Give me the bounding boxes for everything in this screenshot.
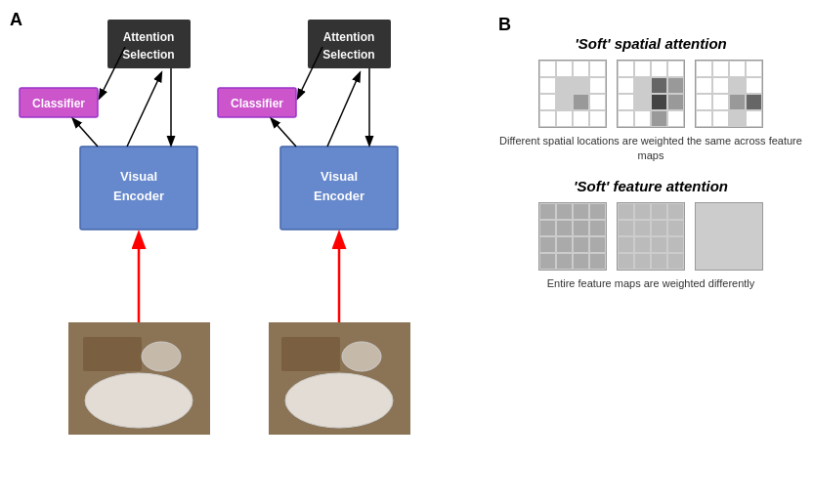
- cell: [634, 236, 651, 253]
- cell: [573, 236, 589, 253]
- cell: [746, 220, 762, 236]
- cell: [589, 236, 606, 253]
- cell: [667, 236, 684, 253]
- cell: [539, 253, 556, 270]
- cell: [667, 77, 684, 94]
- cell: [746, 61, 762, 77]
- cell: [573, 110, 589, 127]
- cell: [556, 110, 573, 127]
- cell: [712, 220, 729, 236]
- soft-feature-caption: Entire feature maps are weighted differe…: [498, 276, 803, 291]
- cell: [634, 253, 651, 270]
- cell: [618, 110, 634, 127]
- cell: [667, 94, 684, 110]
- cell: [651, 77, 667, 94]
- soft-spatial-section: 'Soft' spatial attention: [498, 35, 803, 164]
- cell: [746, 110, 762, 127]
- cell: [729, 61, 746, 77]
- cell: [539, 220, 556, 236]
- cell: [712, 203, 729, 220]
- cell: [651, 94, 667, 110]
- cell: [539, 94, 556, 110]
- cell: [729, 236, 746, 253]
- soft-feature-title: 'Soft' feature attention: [498, 178, 803, 194]
- cell: [634, 94, 651, 110]
- soft-spatial-title: 'Soft' spatial attention: [498, 35, 803, 52]
- cell: [556, 94, 573, 110]
- cell: [729, 220, 746, 236]
- cell: [712, 236, 729, 253]
- cell: [696, 203, 712, 220]
- cell: [589, 220, 606, 236]
- cell: [589, 253, 606, 270]
- soft-feature-section: 'Soft' feature attention: [498, 178, 803, 291]
- cell: [573, 61, 589, 77]
- cell: [651, 61, 667, 77]
- cell: [667, 203, 684, 220]
- cell: [634, 110, 651, 127]
- cell: [618, 94, 634, 110]
- cell: [573, 94, 589, 110]
- cell: [746, 94, 762, 110]
- cell: [589, 77, 606, 94]
- cell: [539, 203, 556, 220]
- feature-grid-3: [695, 202, 763, 271]
- section-b-label: B: [498, 15, 511, 34]
- cell: [667, 110, 684, 127]
- cell: [696, 61, 712, 77]
- cell: [712, 110, 729, 127]
- cell: [618, 203, 634, 220]
- cell: [696, 94, 712, 110]
- cell: [712, 61, 729, 77]
- cell: [556, 220, 573, 236]
- cell: [634, 61, 651, 77]
- cell: [746, 203, 762, 220]
- cell: [651, 236, 667, 253]
- cell: [618, 77, 634, 94]
- cell: [618, 236, 634, 253]
- cell: [556, 77, 573, 94]
- section-b: B 'Soft' spatial attention: [479, 10, 803, 494]
- cell: [729, 77, 746, 94]
- cell: [746, 77, 762, 94]
- cell: [634, 77, 651, 94]
- spatial-grid-1: [538, 60, 607, 128]
- cell: [729, 94, 746, 110]
- cell: [573, 253, 589, 270]
- cell: [746, 236, 762, 253]
- cell: [618, 220, 634, 236]
- spatial-grid-2: [617, 60, 685, 128]
- cell: [729, 253, 746, 270]
- cell: [589, 203, 606, 220]
- cell: [539, 110, 556, 127]
- spatial-grid-3: [695, 60, 763, 128]
- cell: [589, 110, 606, 127]
- spatial-grids-row: [498, 60, 803, 128]
- soft-spatial-caption: Different spatial locations are weighted…: [498, 134, 803, 164]
- cell: [556, 203, 573, 220]
- cell: [696, 110, 712, 127]
- cell: [556, 253, 573, 270]
- cell: [696, 77, 712, 94]
- cell: [556, 61, 573, 77]
- cell: [729, 110, 746, 127]
- feature-grids-row: [498, 202, 803, 271]
- cell: [651, 253, 667, 270]
- cell: [539, 236, 556, 253]
- cell: [589, 61, 606, 77]
- section-a: A Attention Selection Classifier Visual …: [10, 10, 479, 494]
- cell: [573, 203, 589, 220]
- cell: [618, 61, 634, 77]
- cell: [712, 77, 729, 94]
- section-a-label: A: [10, 10, 22, 30]
- cell: [712, 253, 729, 270]
- cell: [539, 61, 556, 77]
- cell: [651, 220, 667, 236]
- cell: [539, 77, 556, 94]
- cell: [651, 203, 667, 220]
- cell: [712, 94, 729, 110]
- cell: [618, 253, 634, 270]
- cell: [573, 77, 589, 94]
- cell: [696, 253, 712, 270]
- cell: [589, 94, 606, 110]
